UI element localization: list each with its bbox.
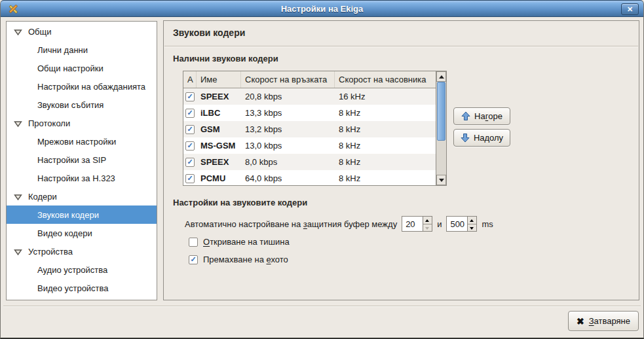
window-close-button[interactable]: ✕ — [621, 3, 639, 15]
sidebar-item-h323-settings[interactable]: Настройки за H.323 — [7, 169, 157, 187]
close-x-icon: ✕ — [627, 5, 633, 13]
codec-name: SPEEX — [197, 157, 241, 167]
jitter-min-spinner[interactable]: 20 — [402, 216, 432, 232]
jitter-max-value[interactable]: 500 — [447, 217, 467, 231]
tools-icon — [7, 3, 19, 15]
check-icon: ✓ — [187, 174, 193, 182]
codec-settings-heading: Настройки на звуковите кодери — [173, 198, 307, 207]
silence-detection-checkbox[interactable] — [189, 238, 198, 247]
sidebar-tree: Общи Лични данни Общи настройки Настройк… — [6, 21, 157, 300]
check-icon: ✓ — [187, 158, 193, 166]
sidebar-item-general-settings[interactable]: Общи настройки — [7, 59, 157, 77]
codec-name: GSM — [197, 124, 241, 134]
codec-name: PCMU — [197, 173, 241, 183]
sidebar-section-general[interactable]: Общи — [7, 22, 157, 41]
triangle-down-icon — [439, 179, 444, 182]
codec-enabled-checkbox[interactable]: ✓ — [185, 92, 195, 101]
sidebar-item-sound-events[interactable]: Звукови събития — [7, 96, 157, 114]
titlebar[interactable]: Настройки на Ekiga ✕ — [1, 0, 643, 17]
triangle-down-icon — [470, 227, 474, 230]
spin-down-button[interactable] — [468, 224, 476, 232]
sidebar-item-label: Кодери — [28, 192, 57, 202]
move-up-button[interactable]: Нагоре — [453, 107, 510, 125]
preferences-window: Настройки на Ekiga ✕ Общи Лични данни Об… — [0, 0, 644, 339]
sidebar-item-video-codecs[interactable]: Видео кодери — [7, 224, 157, 242]
table-row[interactable]: ✓ PCMU 64,0 kbps 8 kHz — [183, 170, 436, 187]
echo-cancellation-checkbox[interactable]: ✓ — [189, 255, 198, 264]
move-down-button[interactable]: Надолу — [453, 129, 510, 147]
check-icon: ✓ — [187, 109, 193, 116]
header-separator — [164, 46, 638, 47]
codec-clockrate: 8 kHz — [335, 141, 436, 151]
table-row[interactable]: ✓ SPEEX 20,8 kbps 16 kHz — [183, 88, 436, 105]
spinner-arrows[interactable] — [423, 217, 432, 231]
codec-name: MS-GSM — [197, 141, 241, 151]
footer-separator — [3, 306, 641, 307]
close-dialog-button[interactable]: ✖ Затваряне — [568, 311, 639, 331]
sidebar-item-label: Лични данни — [37, 45, 88, 55]
expander-icon[interactable] — [14, 28, 22, 35]
sidebar-item-sip-settings[interactable]: Настройки за SIP — [7, 151, 157, 169]
column-header-clockrate[interactable]: Скорост на часовника — [335, 71, 446, 88]
table-row[interactable]: ✓ SPEEX 8,0 kbps 8 kHz — [183, 154, 436, 170]
jitter-min-value[interactable]: 20 — [402, 217, 423, 231]
codec-clockrate: 8 kHz — [335, 124, 436, 134]
sidebar-item-video-devices[interactable]: Видео устройства — [7, 279, 157, 297]
sidebar-item-label: Общи настройки — [37, 63, 104, 73]
spin-down-button[interactable] — [423, 224, 432, 232]
silence-detection-option[interactable]: Откриване на тишина — [189, 237, 290, 247]
sidebar-item-label: Настройки на обажданията — [37, 82, 145, 92]
check-icon: ✓ — [187, 92, 193, 100]
scrollbar-thumb[interactable] — [437, 82, 445, 141]
echo-cancellation-label: Премахване на ехото — [203, 255, 288, 264]
move-down-label: Надолу — [474, 133, 503, 143]
close-x-icon: ✖ — [577, 316, 584, 327]
spin-up-button[interactable] — [423, 217, 432, 224]
sidebar-section-protocols[interactable]: Протоколи — [7, 114, 157, 132]
vertical-scrollbar[interactable] — [436, 71, 446, 185]
sidebar-item-label: Мрежови настройки — [37, 137, 116, 147]
codec-enabled-checkbox[interactable]: ✓ — [185, 158, 195, 167]
codec-clockrate: 8 kHz — [335, 173, 436, 183]
sidebar-item-call-settings[interactable]: Настройки на обажданията — [7, 77, 157, 96]
table-row[interactable]: ✓ iLBC 13,3 kbps 8 kHz — [183, 105, 436, 121]
spin-up-button[interactable] — [468, 217, 476, 224]
arrow-up-icon — [461, 111, 470, 121]
sidebar-item-personal-data[interactable]: Лични данни — [7, 41, 157, 59]
sidebar-item-audio-codecs[interactable]: Звукови кодери — [7, 205, 157, 224]
sidebar-item-label: Аудио устройства — [37, 265, 107, 275]
expander-icon[interactable] — [14, 193, 22, 200]
page-title: Звукови кодери — [173, 27, 245, 38]
scroll-down-button[interactable] — [436, 175, 446, 185]
sidebar-item-label: Настройки за H.323 — [37, 173, 115, 183]
table-row[interactable]: ✓ MS-GSM 13,0 kbps 8 kHz — [183, 137, 436, 154]
codec-enabled-checkbox[interactable]: ✓ — [185, 174, 195, 183]
column-header-name[interactable]: Име — [197, 71, 241, 88]
jitter-max-spinner[interactable]: 500 — [446, 216, 477, 232]
echo-cancellation-option[interactable]: ✓ Премахване на ехото — [189, 255, 288, 264]
table-row[interactable]: ✓ GSM 13,2 kbps 8 kHz — [183, 121, 436, 137]
triangle-down-icon — [425, 227, 429, 230]
codec-enabled-checkbox[interactable]: ✓ — [185, 125, 195, 134]
check-icon: ✓ — [187, 141, 193, 149]
close-button-label: Затваряне — [589, 316, 630, 326]
codec-enabled-checkbox[interactable]: ✓ — [185, 141, 195, 151]
codec-table-header: А Име Скорост на връзката Скорост на час… — [183, 71, 446, 88]
spinner-arrows[interactable] — [467, 217, 476, 231]
sidebar-section-devices[interactable]: Устройства — [7, 242, 157, 260]
scroll-up-button[interactable] — [436, 71, 446, 82]
sidebar-item-network-settings[interactable]: Мрежови настройки — [7, 132, 157, 151]
column-header-bitrate[interactable]: Скорост на връзката — [241, 71, 335, 88]
codec-bitrate: 13,0 kbps — [241, 141, 335, 151]
move-up-label: Нагоре — [474, 111, 502, 121]
codec-bitrate: 8,0 kbps — [241, 157, 335, 167]
codec-name: iLBC — [197, 108, 241, 118]
sidebar-item-audio-devices[interactable]: Аудио устройства — [7, 260, 157, 279]
and-label: и — [437, 219, 442, 229]
codec-enabled-checkbox[interactable]: ✓ — [185, 109, 195, 118]
expander-icon[interactable] — [14, 120, 22, 127]
sidebar-section-codecs[interactable]: Кодери — [7, 187, 157, 205]
expander-icon[interactable] — [14, 248, 22, 255]
codec-name: SPEEX — [197, 92, 241, 101]
column-header-active[interactable]: А — [183, 71, 197, 88]
